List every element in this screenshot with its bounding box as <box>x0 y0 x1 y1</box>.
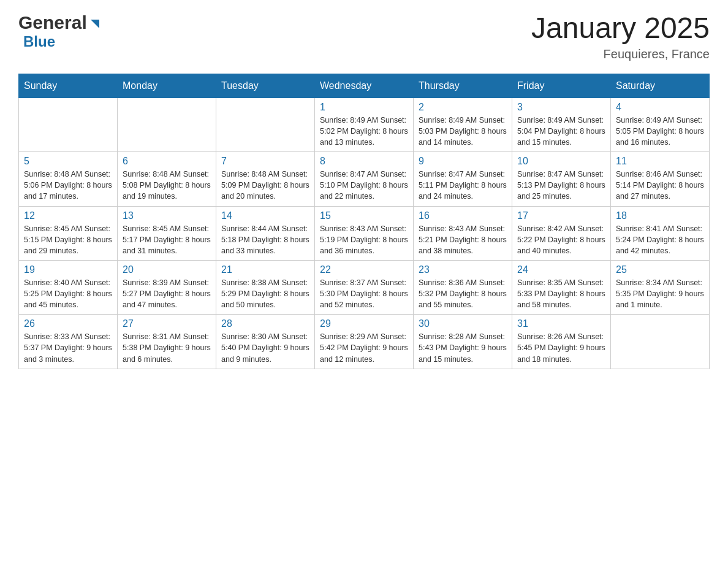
calendar-cell: 9Sunrise: 8:47 AM Sunset: 5:11 PM Daylig… <box>414 152 512 206</box>
day-number: 10 <box>517 156 605 167</box>
calendar-week-row: 1Sunrise: 8:49 AM Sunset: 5:02 PM Daylig… <box>19 98 710 151</box>
calendar-cell: 6Sunrise: 8:48 AM Sunset: 5:08 PM Daylig… <box>118 152 216 206</box>
day-number: 19 <box>24 264 112 275</box>
day-number: 31 <box>517 318 605 329</box>
day-info: Sunrise: 8:45 AM Sunset: 5:17 PM Dayligh… <box>123 223 211 256</box>
day-info: Sunrise: 8:45 AM Sunset: 5:15 PM Dayligh… <box>24 223 112 256</box>
day-info: Sunrise: 8:35 AM Sunset: 5:33 PM Dayligh… <box>517 277 605 310</box>
calendar-cell: 25Sunrise: 8:34 AM Sunset: 5:35 PM Dayli… <box>611 260 710 314</box>
calendar-week-row: 12Sunrise: 8:45 AM Sunset: 5:15 PM Dayli… <box>19 206 710 260</box>
day-number: 7 <box>221 156 309 167</box>
day-info: Sunrise: 8:33 AM Sunset: 5:37 PM Dayligh… <box>24 331 112 364</box>
logo: General Blue <box>18 12 102 50</box>
day-info: Sunrise: 8:41 AM Sunset: 5:24 PM Dayligh… <box>616 223 704 256</box>
day-number: 17 <box>517 210 605 221</box>
calendar-cell <box>611 315 710 369</box>
day-number: 20 <box>123 264 211 275</box>
day-info: Sunrise: 8:49 AM Sunset: 5:05 PM Dayligh… <box>616 115 704 148</box>
calendar-cell: 10Sunrise: 8:47 AM Sunset: 5:13 PM Dayli… <box>512 152 611 206</box>
day-info: Sunrise: 8:36 AM Sunset: 5:32 PM Dayligh… <box>419 277 507 310</box>
calendar-cell: 28Sunrise: 8:30 AM Sunset: 5:40 PM Dayli… <box>216 315 315 369</box>
day-number: 23 <box>419 264 507 275</box>
calendar-cell: 14Sunrise: 8:44 AM Sunset: 5:18 PM Dayli… <box>216 206 315 260</box>
day-info: Sunrise: 8:49 AM Sunset: 5:04 PM Dayligh… <box>517 115 605 148</box>
calendar-cell: 23Sunrise: 8:36 AM Sunset: 5:32 PM Dayli… <box>414 260 512 314</box>
calendar-cell: 17Sunrise: 8:42 AM Sunset: 5:22 PM Dayli… <box>512 206 611 260</box>
logo-blue-text: Blue <box>23 33 55 50</box>
day-info: Sunrise: 8:28 AM Sunset: 5:43 PM Dayligh… <box>419 331 507 364</box>
day-number: 22 <box>320 264 408 275</box>
day-info: Sunrise: 8:37 AM Sunset: 5:30 PM Dayligh… <box>320 277 408 310</box>
calendar-day-header: Friday <box>512 74 611 98</box>
day-info: Sunrise: 8:49 AM Sunset: 5:03 PM Dayligh… <box>419 115 507 148</box>
day-number: 14 <box>221 210 309 221</box>
day-number: 1 <box>320 102 408 113</box>
day-number: 13 <box>123 210 211 221</box>
calendar-cell: 3Sunrise: 8:49 AM Sunset: 5:04 PM Daylig… <box>512 98 611 151</box>
day-number: 16 <box>419 210 507 221</box>
day-info: Sunrise: 8:30 AM Sunset: 5:40 PM Dayligh… <box>221 331 309 364</box>
svg-marker-0 <box>91 20 99 28</box>
calendar-cell: 16Sunrise: 8:43 AM Sunset: 5:21 PM Dayli… <box>414 206 512 260</box>
calendar-cell: 11Sunrise: 8:46 AM Sunset: 5:14 PM Dayli… <box>611 152 710 206</box>
day-number: 24 <box>517 264 605 275</box>
calendar-cell: 24Sunrise: 8:35 AM Sunset: 5:33 PM Dayli… <box>512 260 611 314</box>
calendar-cell: 2Sunrise: 8:49 AM Sunset: 5:03 PM Daylig… <box>414 98 512 151</box>
day-number: 21 <box>221 264 309 275</box>
page-header: General Blue January 2025 Feuquieres, Fr… <box>18 12 710 61</box>
day-info: Sunrise: 8:40 AM Sunset: 5:25 PM Dayligh… <box>24 277 112 310</box>
day-info: Sunrise: 8:48 AM Sunset: 5:09 PM Dayligh… <box>221 169 309 202</box>
calendar-day-header: Thursday <box>414 74 512 98</box>
calendar-cell: 20Sunrise: 8:39 AM Sunset: 5:27 PM Dayli… <box>118 260 216 314</box>
day-info: Sunrise: 8:29 AM Sunset: 5:42 PM Dayligh… <box>320 331 408 364</box>
day-number: 4 <box>616 102 704 113</box>
day-info: Sunrise: 8:34 AM Sunset: 5:35 PM Dayligh… <box>616 277 704 310</box>
calendar-cell: 12Sunrise: 8:45 AM Sunset: 5:15 PM Dayli… <box>19 206 118 260</box>
calendar-cell: 13Sunrise: 8:45 AM Sunset: 5:17 PM Dayli… <box>118 206 216 260</box>
calendar-day-header: Tuesday <box>216 74 315 98</box>
calendar-cell <box>118 98 216 151</box>
day-info: Sunrise: 8:38 AM Sunset: 5:29 PM Dayligh… <box>221 277 309 310</box>
day-info: Sunrise: 8:43 AM Sunset: 5:19 PM Dayligh… <box>320 223 408 256</box>
day-number: 11 <box>616 156 704 167</box>
calendar-day-header: Wednesday <box>315 74 414 98</box>
logo-triangle-icon <box>88 17 102 31</box>
calendar-cell: 30Sunrise: 8:28 AM Sunset: 5:43 PM Dayli… <box>414 315 512 369</box>
calendar-cell <box>216 98 315 151</box>
calendar-subtitle: Feuquieres, France <box>531 47 710 61</box>
calendar-cell: 1Sunrise: 8:49 AM Sunset: 5:02 PM Daylig… <box>315 98 414 151</box>
calendar-cell: 4Sunrise: 8:49 AM Sunset: 5:05 PM Daylig… <box>611 98 710 151</box>
day-info: Sunrise: 8:48 AM Sunset: 5:08 PM Dayligh… <box>123 169 211 202</box>
calendar-cell: 26Sunrise: 8:33 AM Sunset: 5:37 PM Dayli… <box>19 315 118 369</box>
day-number: 8 <box>320 156 408 167</box>
day-info: Sunrise: 8:48 AM Sunset: 5:06 PM Dayligh… <box>24 169 112 202</box>
logo-general-text: General <box>18 12 87 33</box>
day-info: Sunrise: 8:49 AM Sunset: 5:02 PM Dayligh… <box>320 115 408 148</box>
calendar-cell <box>19 98 118 151</box>
day-number: 26 <box>24 318 112 329</box>
day-info: Sunrise: 8:47 AM Sunset: 5:11 PM Dayligh… <box>419 169 507 202</box>
calendar-cell: 18Sunrise: 8:41 AM Sunset: 5:24 PM Dayli… <box>611 206 710 260</box>
calendar-cell: 31Sunrise: 8:26 AM Sunset: 5:45 PM Dayli… <box>512 315 611 369</box>
day-info: Sunrise: 8:42 AM Sunset: 5:22 PM Dayligh… <box>517 223 605 256</box>
calendar-table: SundayMondayTuesdayWednesdayThursdayFrid… <box>18 74 710 369</box>
calendar-cell: 8Sunrise: 8:47 AM Sunset: 5:10 PM Daylig… <box>315 152 414 206</box>
calendar-title: January 2025 <box>531 12 710 45</box>
day-number: 27 <box>123 318 211 329</box>
day-number: 29 <box>320 318 408 329</box>
day-number: 15 <box>320 210 408 221</box>
calendar-week-row: 5Sunrise: 8:48 AM Sunset: 5:06 PM Daylig… <box>19 152 710 206</box>
day-info: Sunrise: 8:46 AM Sunset: 5:14 PM Dayligh… <box>616 169 704 202</box>
day-number: 25 <box>616 264 704 275</box>
calendar-week-row: 26Sunrise: 8:33 AM Sunset: 5:37 PM Dayli… <box>19 315 710 369</box>
calendar-day-header: Sunday <box>19 74 118 98</box>
day-info: Sunrise: 8:26 AM Sunset: 5:45 PM Dayligh… <box>517 331 605 364</box>
calendar-cell: 21Sunrise: 8:38 AM Sunset: 5:29 PM Dayli… <box>216 260 315 314</box>
day-info: Sunrise: 8:47 AM Sunset: 5:10 PM Dayligh… <box>320 169 408 202</box>
day-number: 9 <box>419 156 507 167</box>
calendar-day-header: Saturday <box>611 74 710 98</box>
day-info: Sunrise: 8:39 AM Sunset: 5:27 PM Dayligh… <box>123 277 211 310</box>
day-number: 12 <box>24 210 112 221</box>
calendar-cell: 19Sunrise: 8:40 AM Sunset: 5:25 PM Dayli… <box>19 260 118 314</box>
calendar-cell: 7Sunrise: 8:48 AM Sunset: 5:09 PM Daylig… <box>216 152 315 206</box>
